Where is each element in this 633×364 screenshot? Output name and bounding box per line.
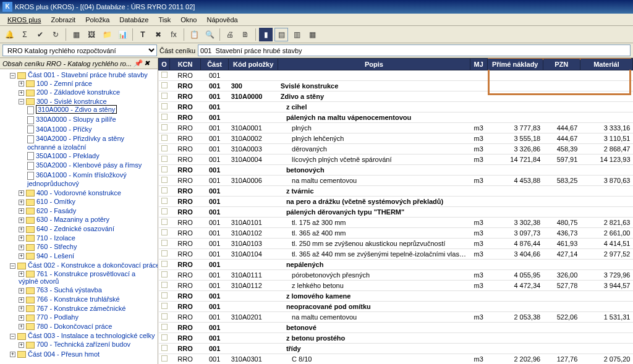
tree-item-part002[interactable]: −Část 002 - Konstrukce a dokončovací prá…: [10, 261, 156, 331]
tbtn-fx-icon[interactable]: fx: [167, 28, 181, 41]
tree-item-640[interactable]: +640 - Zednické osazování: [19, 224, 156, 234]
table-row[interactable]: RRO001 třídy: [159, 344, 633, 354]
tbtn-sigma-icon[interactable]: Σ: [18, 28, 32, 41]
grid-header[interactable]: O KCN Část Kód položky Popis MJ Přímé ná…: [159, 59, 633, 70]
tree-item-350A2000[interactable]: 350A2000 - Klenbové pásy a římsy: [27, 161, 156, 171]
tbtn-image-icon[interactable]: 🖼: [85, 28, 98, 41]
tree[interactable]: −Část 001 - Stavební práce hrubé stavby …: [0, 69, 158, 360]
tbtn-view3-icon[interactable]: ▥: [290, 28, 304, 41]
section-input[interactable]: [198, 44, 631, 56]
table-row[interactable]: RRO001: [159, 70, 633, 81]
col-mat[interactable]: Materiál: [580, 59, 632, 70]
table-row[interactable]: RRO001 neopracované pod omítku: [159, 302, 633, 312]
tree-item-310A0000[interactable]: 310A0000 - Zdivo a stěny: [27, 105, 156, 115]
col-pzn[interactable]: PZN: [543, 59, 580, 70]
tree-item-620[interactable]: +620 - Fasády: [19, 206, 156, 216]
table-row[interactable]: RRO001310A0112 z lehkého betonum34 472,3…: [159, 281, 633, 291]
tree-item-770[interactable]: +770 - Podlahy: [19, 313, 156, 322]
menu-tisk[interactable]: Tisk: [153, 15, 176, 25]
tree-item-340A1000[interactable]: 340A1000 - Příčky: [27, 125, 156, 135]
table-row[interactable]: RRO001 z lomového kamene: [159, 291, 633, 302]
menu-zobrazit[interactable]: Zobrazit: [46, 15, 80, 25]
menu-okno[interactable]: Okno: [176, 15, 202, 25]
table-row[interactable]: RRO001310A0002 plných lehčenýchm33 555,1…: [159, 133, 633, 144]
tbtn-view4-icon[interactable]: ▦: [305, 28, 319, 41]
table-row[interactable]: RRO001 z cihel: [159, 102, 633, 112]
tree-item-part004[interactable]: +Část 004 - Přesun hmot: [10, 350, 156, 359]
tree-item-710[interactable]: +710 - Izolace: [19, 234, 156, 243]
tbtn-preview-icon[interactable]: 🗎: [239, 28, 252, 41]
tree-item-360A1000[interactable]: 360A1000 - Komín třísložkový jednoprůduc…: [27, 171, 156, 188]
tree-item-940[interactable]: +940 - Lešení: [19, 252, 156, 261]
tbtn-bell-icon[interactable]: 🔔: [2, 28, 16, 41]
tree-item-630[interactable]: +630 - Mazaniny a potěry: [19, 215, 156, 224]
table-row[interactable]: RRO001310A0003 děrovanýchm33 326,86458,3…: [159, 144, 633, 154]
menu-databaze[interactable]: Databáze: [114, 15, 153, 25]
table-row[interactable]: RRO001 betonových: [159, 165, 633, 176]
tree-item-780[interactable]: +780 - Dokončovací práce: [19, 322, 156, 331]
tree-item-400[interactable]: +400 - Vodorovné konstrukce: [19, 188, 156, 198]
table-row[interactable]: RRO001310A0201 na maltu cementovoum32 05…: [159, 312, 633, 323]
table-row[interactable]: RRO001 nepálených: [159, 260, 633, 270]
table-row[interactable]: RRO001310A0101 tl. 175 až 300 mmm33 302,…: [159, 218, 633, 228]
tbtn-check-icon[interactable]: ✔: [33, 28, 47, 41]
table-row[interactable]: RRO001 z tvárnic: [159, 186, 633, 197]
pin-icon[interactable]: 📌: [134, 59, 142, 67]
menu-kros[interactable]: KROS plus: [2, 15, 46, 25]
menu-polozka[interactable]: Položka: [80, 15, 114, 25]
tbtn-chart-icon[interactable]: 📊: [116, 28, 129, 41]
col-cast[interactable]: Část: [201, 59, 229, 70]
tree-item-761[interactable]: +761 - Konstrukce prosvětlovací a výplně…: [19, 269, 156, 286]
col-popis[interactable]: Popis: [278, 59, 470, 70]
tree-item-350A1000[interactable]: 350A1000 - Překlady: [27, 151, 156, 161]
tbtn-print-icon[interactable]: 🖨: [223, 28, 237, 41]
tbtn-refresh-icon[interactable]: ↻: [49, 28, 62, 41]
menu-napoveda[interactable]: Nápověda: [202, 15, 242, 25]
tree-item-200[interactable]: +200 - Základové konstrukce: [19, 88, 156, 97]
tree-item-part001[interactable]: −Část 001 - Stavební práce hrubé stavby …: [10, 70, 156, 261]
close-sidebar-icon[interactable]: ✖: [144, 59, 150, 67]
table-row[interactable]: RRO001310A0104 tl. 365 až 440 mm se zvýš…: [159, 249, 633, 260]
col-mj[interactable]: MJ: [470, 59, 487, 70]
tree-item-340A2000[interactable]: 340A2000 - Přizdívky a stěny ochranné a …: [27, 134, 156, 151]
table-row[interactable]: RRO001310A0102 tl. 365 až 400 mmm33 097,…: [159, 228, 633, 239]
tbtn-view2-icon[interactable]: ▤: [274, 28, 288, 41]
table-row[interactable]: RRO001310A0111 pórobetonových přesnýchm3…: [159, 270, 633, 281]
tbtn-folder-icon[interactable]: 📁: [100, 28, 114, 41]
table-row[interactable]: RRO001310A0001 plnýchm33 777,83444,673 3…: [159, 123, 633, 133]
tbtn-clipboard-icon[interactable]: 📋: [187, 28, 201, 41]
table-row[interactable]: RRO001300Svislé konstrukce: [159, 81, 633, 91]
table-row[interactable]: RRO001 pálených na maltu vápenocementovo…: [159, 112, 633, 123]
table-row[interactable]: RRO001310A0103 tl. 250 mm se zvýšenou ak…: [159, 239, 633, 249]
data-grid[interactable]: O KCN Část Kód položky Popis MJ Přímé ná…: [158, 58, 633, 364]
toolbar: 🔔 Σ ✔ ↻ ▦ 🖼 📁 📊 T ✖ fx 📋 🔍 🖨 🗎 ▮ ▤ ▥ ▦: [0, 26, 633, 43]
col-kcn[interactable]: KCN: [170, 59, 201, 70]
table-row[interactable]: RRO001310A0006 na maltu cementovoum34 45…: [159, 176, 633, 186]
tree-item-610[interactable]: +610 - Omítky: [19, 197, 156, 206]
tree-item-763[interactable]: +763 - Suchá výstavba: [19, 286, 156, 295]
tree-item-part003[interactable]: −Část 003 - Instalace a technologické ce…: [10, 331, 156, 349]
table-row[interactable]: RRO001310A0301 C 8/10m32 202,96127,762 0…: [159, 354, 633, 365]
table-row[interactable]: RRO001 betonové: [159, 323, 633, 333]
table-row[interactable]: RRO001 pálených děrovaných typu "THERM": [159, 207, 633, 218]
tree-item-760[interactable]: +760 - Střechy: [19, 242, 156, 252]
tree-item-766[interactable]: +766 - Konstrukce truhlářské: [19, 295, 156, 304]
tbtn-bold-icon[interactable]: T: [136, 28, 150, 41]
table-row[interactable]: RRO001310A0004 lícových plných včetně sp…: [159, 154, 633, 165]
tbtn-view1-icon[interactable]: ▮: [259, 28, 273, 41]
tbtn-find-icon[interactable]: 🔍: [203, 28, 216, 41]
col-kod[interactable]: Kód položky: [229, 59, 278, 70]
tree-item-300[interactable]: −300 - Svislé konstrukce 310A0000 - Zdiv…: [19, 97, 156, 188]
tree-item-330A0000[interactable]: 330A0000 - Sloupy a pilíře: [27, 115, 156, 125]
tbtn-grid-icon[interactable]: ▦: [69, 28, 83, 41]
col-pn[interactable]: Přímé náklady: [487, 59, 543, 70]
tree-item-767[interactable]: +767 - Konstrukce zámečnické: [19, 304, 156, 313]
catalog-dropdown[interactable]: RRO Katalog rychlého rozpočtování: [2, 44, 157, 56]
tbtn-delete-icon[interactable]: ✖: [151, 28, 165, 41]
table-row[interactable]: RRO001 na pero a drážku (včetně systémov…: [159, 197, 633, 207]
table-row[interactable]: RRO001 z betonu prostého: [159, 333, 633, 344]
tree-item-700[interactable]: +700 - Technická zařízení budov: [19, 340, 156, 349]
col-o[interactable]: O: [159, 59, 170, 70]
tree-item-100[interactable]: +100 - Zemní práce: [19, 79, 156, 88]
table-row[interactable]: RRO001310A0000Zdivo a stěny: [159, 91, 633, 102]
